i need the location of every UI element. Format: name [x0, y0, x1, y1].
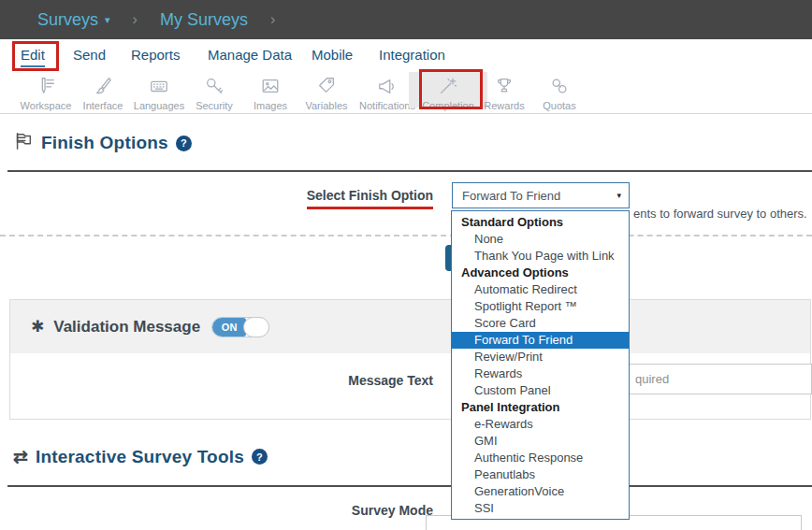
breadcrumb-surveys[interactable]: Surveys: [37, 10, 98, 30]
dashed-divider: [0, 235, 812, 236]
menu-tab-send[interactable]: Send: [73, 47, 106, 63]
toggle-on-label: ON: [212, 318, 246, 337]
finish-options-header: Finish Options ?: [13, 131, 192, 155]
validation-message-section: ✱ Validation Message ON: [9, 299, 811, 420]
dropdown-option-gmi[interactable]: GMI: [452, 433, 629, 450]
breadcrumb-separator-icon: ›: [270, 11, 275, 28]
finish-option-select[interactable]: Forward To Friend ▾: [452, 182, 630, 208]
app-screen: Surveys ▾ › My Surveys › EditSendReports…: [0, 0, 812, 530]
interactive-tools-header: ⇄ Interactive Survey Tools ?: [13, 446, 268, 467]
menu-tab-edit[interactable]: Edit: [21, 47, 45, 67]
arrows-exchange-icon: ⇄: [13, 446, 28, 467]
dropdown-option-peanutlabs[interactable]: Peanutlabs: [452, 466, 629, 483]
dropdown-option-e-rewards[interactable]: e-Rewards: [452, 416, 629, 433]
message-text-value: quired: [635, 372, 669, 386]
menu-tab-reports[interactable]: Reports: [131, 47, 181, 63]
interactive-tools-title: Interactive Survey Tools: [36, 447, 244, 467]
dropdown-option-none[interactable]: None: [452, 231, 629, 248]
flag-icon: [13, 131, 34, 155]
dropdown-option-rewards[interactable]: Rewards: [452, 365, 629, 382]
edit-toolbar: WorkspaceInterfaceLanguagesSecurityImage…: [0, 72, 812, 114]
dropdown-group-advanced-options: Advanced Options: [452, 265, 629, 281]
dropdown-option-ssi[interactable]: SSI: [452, 500, 629, 517]
menu-tab-mobile[interactable]: Mobile: [312, 47, 353, 63]
survey-mode-label: Survey Mode: [168, 503, 433, 518]
dropdown-option-thank-you-page-with-link[interactable]: Thank You Page with Link: [452, 248, 629, 265]
toolbar-item-quotas[interactable]: Quotas: [520, 74, 599, 111]
menu-tab-manage-data[interactable]: Manage Data: [208, 47, 292, 63]
dropdown-option-automatic-redirect[interactable]: Automatic Redirect: [452, 281, 629, 298]
finish-options-title: Finish Options: [41, 133, 168, 153]
dropdown-option-spotlight-report-[interactable]: Spotlight Report ™: [452, 298, 629, 315]
validation-message-header: ✱ Validation Message ON: [10, 300, 810, 353]
quotas-icon: [520, 76, 599, 98]
breadcrumb-separator-icon: ›: [133, 11, 138, 28]
finish-option-selected-value: Forward To Friend: [462, 189, 560, 203]
dropdown-option-forward-to-friend[interactable]: Forward To Friend: [452, 332, 629, 349]
dropdown-group-panel-integration: Panel Integration: [452, 399, 629, 416]
toolbar-item-label: Quotas: [520, 100, 599, 111]
forward-survey-note-text: ents to forward survey to others.: [633, 207, 807, 221]
finish-option-dropdown-list: Standard OptionsNoneThank You Page with …: [451, 210, 630, 520]
section-divider: [7, 485, 812, 487]
dropdown-option-authentic-response[interactable]: Authentic Response: [452, 450, 629, 466]
dropdown-option-generationvoice[interactable]: GenerationVoice: [452, 483, 629, 500]
asterisk-icon: ✱: [31, 317, 44, 337]
section-divider: [7, 170, 812, 172]
toggle-knob[interactable]: [243, 317, 269, 337]
dropdown-option-score-card[interactable]: Score Card: [452, 315, 629, 332]
validation-message-toggle[interactable]: ON: [211, 317, 269, 337]
select-finish-option-label: Select Finish Option: [168, 188, 433, 209]
dropdown-option-custom-panel[interactable]: Custom Panel: [452, 382, 629, 399]
chevron-down-icon[interactable]: ▾: [105, 14, 110, 26]
dropdown-option-review-print[interactable]: Review/Print: [452, 349, 629, 365]
help-icon[interactable]: ?: [252, 449, 268, 465]
dropdown-group-standard-options: Standard Options: [452, 214, 629, 231]
top-navigation-bar: Surveys ▾ › My Surveys ›: [0, 0, 812, 39]
validation-message-title: Validation Message: [53, 318, 200, 337]
breadcrumb-my-surveys[interactable]: My Surveys: [160, 10, 248, 30]
message-text-label: Message Text: [168, 373, 433, 388]
help-icon[interactable]: ?: [176, 136, 192, 151]
select-caret-icon: ▾: [616, 191, 621, 200]
forward-survey-note: ents to forward survey to others. ?: [633, 207, 812, 221]
menu-tab-integration[interactable]: Integration: [379, 47, 445, 63]
main-menu-bar: EditSendReportsManage DataMobileIntegrat…: [0, 39, 812, 73]
